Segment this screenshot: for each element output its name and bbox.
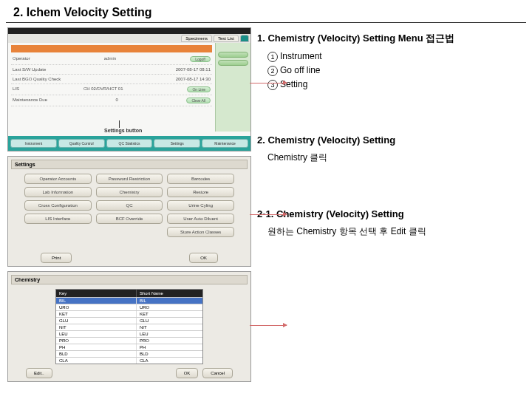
online-button[interactable]: On Line	[187, 86, 211, 92]
table-row[interactable]: NITNIT	[56, 324, 202, 330]
footer-maintenance-button[interactable]: Maintenance	[202, 139, 248, 148]
panel1-row: Operator admin Logoff	[11, 54, 212, 65]
tab-specimens[interactable]: Specimens	[181, 35, 212, 42]
table-row[interactable]: UROURO	[56, 304, 202, 310]
section-3: 2-1. Chemistry (Velocity) Setting 원하는 Ch…	[257, 208, 525, 238]
lis-interface-button[interactable]: LIS Interface	[24, 214, 92, 224]
ok-button[interactable]: OK	[176, 368, 199, 378]
cell-shortname: GLU	[137, 318, 202, 324]
urine-cycling-button[interactable]: Urine Cyling	[167, 200, 234, 211]
cell-shortname: CLA	[137, 358, 202, 364]
settings-panel-header: Settings	[11, 160, 248, 169]
table-row[interactable]: KETKET	[56, 310, 202, 317]
panel1-row: Maintenance Due 0 Clear All	[11, 95, 212, 106]
row-value: admin	[104, 56, 116, 62]
chemistry-panel-header: Chemistry	[11, 275, 248, 284]
qc-button[interactable]: QC	[96, 200, 163, 211]
cell-key: CLA	[56, 358, 137, 364]
section-2: 2. Chemistry (Velocity) Setting Chemistr…	[257, 134, 525, 164]
cell-shortname: BIL	[137, 298, 202, 304]
cell-key: BIL	[56, 298, 137, 304]
side-button[interactable]	[218, 60, 248, 66]
table-row[interactable]: BLDBLD	[56, 350, 202, 357]
table-row[interactable]: PROPRO	[56, 337, 202, 344]
step-num-icon: 1	[267, 52, 278, 62]
row-value: 0	[116, 98, 118, 103]
footer-qc-button[interactable]: Quality Control	[58, 139, 105, 148]
table-row[interactable]: BILBIL	[56, 297, 202, 304]
bcf-override-button[interactable]: BCF Override	[96, 214, 163, 224]
panel1-row: LIS CH 02/DVR/HCT 01 On Line	[11, 84, 212, 95]
row-label: Maintenance Due	[13, 98, 47, 103]
col-shortname: Short Name	[137, 290, 202, 297]
table-row[interactable]: CLACLA	[56, 357, 202, 364]
cell-shortname: KET	[137, 311, 202, 317]
cell-key: PH	[56, 344, 137, 350]
table-row[interactable]: LEULEU	[56, 330, 202, 337]
panel1-side	[215, 43, 250, 132]
footer-settings-button[interactable]: Settings	[154, 139, 200, 148]
panel1-footer: Instrument Quality Control QC Statistics…	[8, 136, 250, 151]
row-value: CH 02/DVR/HCT 01	[83, 86, 123, 92]
footer-instrument-button[interactable]: Instrument	[10, 139, 57, 148]
cross-config-button[interactable]: Cross Configuration	[24, 200, 92, 211]
password-restriction-button[interactable]: Password Restriction	[96, 174, 163, 184]
instrument-panel: Specimens Test List Operator admin Logof…	[7, 27, 251, 151]
tab-active[interactable]	[240, 35, 249, 42]
operator-accounts-button[interactable]: Operator Accounts	[24, 174, 92, 184]
tab-testlist[interactable]: Test List	[214, 35, 239, 42]
panel1-row: Last S/W Update 2007-08-17 08:11	[11, 65, 212, 75]
step-1: 1Instrument	[267, 51, 525, 62]
cell-key: GLU	[56, 318, 137, 324]
cell-key: PRO	[56, 338, 137, 344]
chemistry-table: Key Short Name BILBILUROUROKETKETGLUGLUN…	[55, 289, 203, 364]
logoff-button[interactable]: Logoff	[190, 56, 211, 62]
settings-panel: Settings Operator Accounts Password Rest…	[7, 156, 251, 267]
clearall-button[interactable]: Clear All	[186, 98, 211, 103]
cell-key: NIT	[56, 324, 137, 330]
store-action-classes-button[interactable]: Store Action Classes	[167, 227, 234, 237]
cell-shortname: PH	[137, 344, 202, 350]
cell-shortname: LEU	[137, 331, 202, 337]
arrow-icon	[250, 325, 287, 326]
page-title: 2. Ichem Velocity Setting	[6, 0, 526, 23]
user-auto-diluent-button[interactable]: User Auto Diluent	[167, 214, 234, 224]
cell-key: LEU	[56, 331, 137, 337]
barcodes-button[interactable]: Barcodes	[167, 174, 234, 184]
cell-key: KET	[56, 311, 137, 317]
print-button[interactable]: Print	[41, 253, 72, 263]
cancel-button[interactable]: Cancel	[202, 368, 233, 378]
row-label: Operator	[13, 56, 30, 62]
cell-shortname: BLD	[137, 351, 202, 357]
panel1-highlight-bar	[11, 45, 212, 52]
edit-button[interactable]: Edit..	[26, 368, 52, 378]
row-label: Last BGO Quality Check	[13, 77, 61, 81]
chemistry-panel: Chemistry Key Short Name BILBILUROUROKET…	[7, 271, 251, 382]
section-1: 1. Chemistry (Velocity) Setting Menu 접근법…	[257, 32, 525, 90]
footer-qcstats-button[interactable]: QC Statistics	[106, 139, 153, 148]
section-1-title: 1. Chemistry (Velocity) Setting Menu 접근법	[257, 32, 525, 45]
table-row[interactable]: PHPH	[56, 344, 202, 350]
chemistry-button[interactable]: Chemistry	[96, 187, 163, 197]
section-2-text: Chemistry 클릭	[267, 151, 525, 164]
panel1-tabs: Specimens Test List	[8, 34, 250, 43]
table-row[interactable]: GLUGLU	[56, 317, 202, 324]
row-value: 2007-08-17 14:30	[176, 77, 211, 81]
lab-information-button[interactable]: Lab Information	[24, 187, 92, 197]
row-value: 2007-08-17 08:11	[176, 67, 211, 72]
step-2: 2Go off line	[267, 65, 525, 76]
side-button[interactable]	[218, 52, 248, 58]
col-key: Key	[56, 290, 137, 297]
cell-shortname: PRO	[137, 338, 202, 344]
ok-button[interactable]: OK	[189, 253, 218, 263]
section-3-text: 원하는 Chemistry 항목 선택 후 Edit 클릭	[267, 225, 525, 238]
cell-shortname: URO	[137, 304, 202, 310]
restore-button[interactable]: Restore	[167, 187, 234, 197]
section-3-title: 2-1. Chemistry (Velocity) Setting	[257, 208, 525, 219]
step-num-icon: 2	[267, 66, 278, 76]
cell-shortname: NIT	[137, 324, 202, 330]
row-label: LIS	[13, 86, 19, 92]
cell-key: BLD	[56, 351, 137, 357]
arrow-icon	[250, 214, 287, 215]
step-3: 3Setting	[267, 79, 525, 90]
